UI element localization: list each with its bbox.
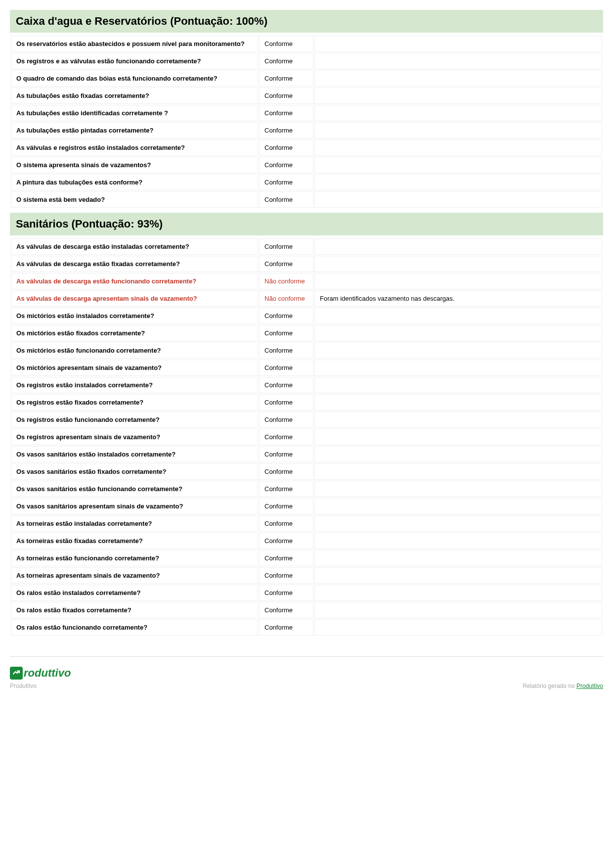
question-cell: Os registros estão instalados corretamen… bbox=[11, 377, 258, 393]
table-row: O quadro de comando das bóias está funci… bbox=[11, 70, 602, 87]
table-row: As tubulações estão fixadas corretamente… bbox=[11, 88, 602, 104]
checklist-table: As válvulas de descarga estão instaladas… bbox=[10, 237, 603, 637]
table-row: Os registros estão fixados corretamente?… bbox=[11, 394, 602, 411]
question-cell: Os reservatórios estão abastecidos e pos… bbox=[11, 36, 258, 52]
status-cell: Conforme bbox=[259, 394, 313, 411]
question-cell: Os ralos estão instalados corretamente? bbox=[11, 585, 258, 601]
page-footer: roduttivo Produttivo Relatório gerado no… bbox=[10, 656, 603, 689]
question-cell: As válvulas de descarga estão fixadas co… bbox=[11, 256, 258, 272]
table-row: As válvulas de descarga estão fixadas co… bbox=[11, 256, 602, 272]
status-cell: Não conforme bbox=[259, 273, 313, 289]
checklist-table: Os reservatórios estão abastecidos e pos… bbox=[10, 35, 603, 209]
status-cell: Conforme bbox=[259, 585, 313, 601]
status-cell: Conforme bbox=[259, 498, 313, 514]
question-cell: As torneiras estão funcionando corretame… bbox=[11, 550, 258, 566]
table-row: As tubulações estão identificadas corret… bbox=[11, 105, 602, 121]
note-cell bbox=[314, 256, 602, 272]
report-link[interactable]: Produttivo bbox=[576, 683, 603, 689]
note-cell bbox=[314, 619, 602, 636]
question-cell: Os mictórios estão fixados corretamente? bbox=[11, 325, 258, 341]
status-cell: Conforme bbox=[259, 88, 313, 104]
section-header: Caixa d'agua e Reservatórios (Pontuação:… bbox=[10, 10, 603, 33]
question-cell: As torneiras estão instaladas corretamen… bbox=[11, 515, 258, 532]
table-row: As válvulas de descarga estão funcionand… bbox=[11, 273, 602, 289]
question-cell: As válvulas e registros estão instalados… bbox=[11, 139, 258, 156]
brand-text: roduttivo bbox=[24, 667, 71, 680]
table-row: As válvulas de descarga estão instaladas… bbox=[11, 238, 602, 255]
table-row: Os registros estão funcionando corretame… bbox=[11, 411, 602, 428]
section-title: Caixa d'agua e Reservatórios (Pontuação:… bbox=[16, 15, 597, 28]
question-cell: As válvulas de descarga estão instaladas… bbox=[11, 238, 258, 255]
section-header: Sanitários (Pontuação: 93%) bbox=[10, 213, 603, 235]
status-cell: Conforme bbox=[259, 105, 313, 121]
status-cell: Não conforme bbox=[259, 290, 313, 307]
note-cell bbox=[314, 481, 602, 497]
question-cell: Os vasos sanitários apresentam sinais de… bbox=[11, 498, 258, 514]
status-cell: Conforme bbox=[259, 411, 313, 428]
status-cell: Conforme bbox=[259, 238, 313, 255]
question-cell: Os registros estão funcionando corretame… bbox=[11, 411, 258, 428]
note-cell bbox=[314, 585, 602, 601]
note-cell bbox=[314, 446, 602, 462]
note-cell bbox=[314, 463, 602, 480]
status-cell: Conforme bbox=[259, 53, 313, 69]
question-cell: Os mictórios estão instalados corretamen… bbox=[11, 308, 258, 324]
note-cell bbox=[314, 36, 602, 52]
note-cell bbox=[314, 53, 602, 69]
question-cell: Os registros e as válvulas estão funcion… bbox=[11, 53, 258, 69]
status-cell: Conforme bbox=[259, 567, 313, 584]
note-cell bbox=[314, 377, 602, 393]
table-row: Os registros apresentam sinais de vazame… bbox=[11, 429, 602, 445]
table-row: A pintura das tubulações está conforme?C… bbox=[11, 174, 602, 190]
note-cell bbox=[314, 70, 602, 87]
note-cell bbox=[314, 429, 602, 445]
status-cell: Conforme bbox=[259, 446, 313, 462]
table-row: Os ralos estão fixados corretamente?Conf… bbox=[11, 602, 602, 618]
note-cell bbox=[314, 515, 602, 532]
question-cell: Os mictórios estão funcionando corretame… bbox=[11, 342, 258, 359]
section-title: Sanitários (Pontuação: 93%) bbox=[16, 218, 597, 230]
question-cell: Os registros estão fixados corretamente? bbox=[11, 394, 258, 411]
table-row: Os vasos sanitários estão fixados corret… bbox=[11, 463, 602, 480]
table-row: Os ralos estão funcionando corretamente?… bbox=[11, 619, 602, 636]
note-cell bbox=[314, 567, 602, 584]
question-cell: Os vasos sanitários estão funcionando co… bbox=[11, 481, 258, 497]
question-cell: O sistema apresenta sinais de vazamentos… bbox=[11, 157, 258, 173]
status-cell: Conforme bbox=[259, 174, 313, 190]
question-cell: A pintura das tubulações está conforme? bbox=[11, 174, 258, 190]
table-row: As torneiras apresentam sinais de vazame… bbox=[11, 567, 602, 584]
table-row: Os vasos sanitários estão instalados cor… bbox=[11, 446, 602, 462]
question-cell: Os ralos estão fixados corretamente? bbox=[11, 602, 258, 618]
question-cell: Os mictórios apresentam sinais de vazame… bbox=[11, 360, 258, 376]
table-row: As torneiras estão fixadas corretamente?… bbox=[11, 533, 602, 549]
question-cell: As torneiras apresentam sinais de vazame… bbox=[11, 567, 258, 584]
status-cell: Conforme bbox=[259, 308, 313, 324]
status-cell: Conforme bbox=[259, 533, 313, 549]
status-cell: Conforme bbox=[259, 481, 313, 497]
status-cell: Conforme bbox=[259, 360, 313, 376]
question-cell: As tubulações estão pintadas corretament… bbox=[11, 122, 258, 138]
status-cell: Conforme bbox=[259, 550, 313, 566]
question-cell: Os vasos sanitários estão fixados corret… bbox=[11, 463, 258, 480]
table-row: O sistema apresenta sinais de vazamentos… bbox=[11, 157, 602, 173]
note-cell bbox=[314, 191, 602, 208]
status-cell: Conforme bbox=[259, 602, 313, 618]
arrow-up-icon bbox=[10, 667, 23, 680]
footer-left: roduttivo Produttivo bbox=[10, 667, 71, 689]
table-row: As válvulas de descarga apresentam sinai… bbox=[11, 290, 602, 307]
note-cell bbox=[314, 360, 602, 376]
report-generated-text: Relatório gerado no Produttivo bbox=[523, 683, 603, 689]
note-cell bbox=[314, 550, 602, 566]
note-cell bbox=[314, 411, 602, 428]
status-cell: Conforme bbox=[259, 619, 313, 636]
status-cell: Conforme bbox=[259, 429, 313, 445]
status-cell: Conforme bbox=[259, 139, 313, 156]
brand-logo: roduttivo bbox=[10, 667, 71, 680]
table-row: Os registros e as válvulas estão funcion… bbox=[11, 53, 602, 69]
table-row: O sistema está bem vedado?Conforme bbox=[11, 191, 602, 208]
question-cell: O sistema está bem vedado? bbox=[11, 191, 258, 208]
status-cell: Conforme bbox=[259, 256, 313, 272]
table-row: As torneiras estão funcionando corretame… bbox=[11, 550, 602, 566]
status-cell: Conforme bbox=[259, 157, 313, 173]
table-row: Os vasos sanitários apresentam sinais de… bbox=[11, 498, 602, 514]
